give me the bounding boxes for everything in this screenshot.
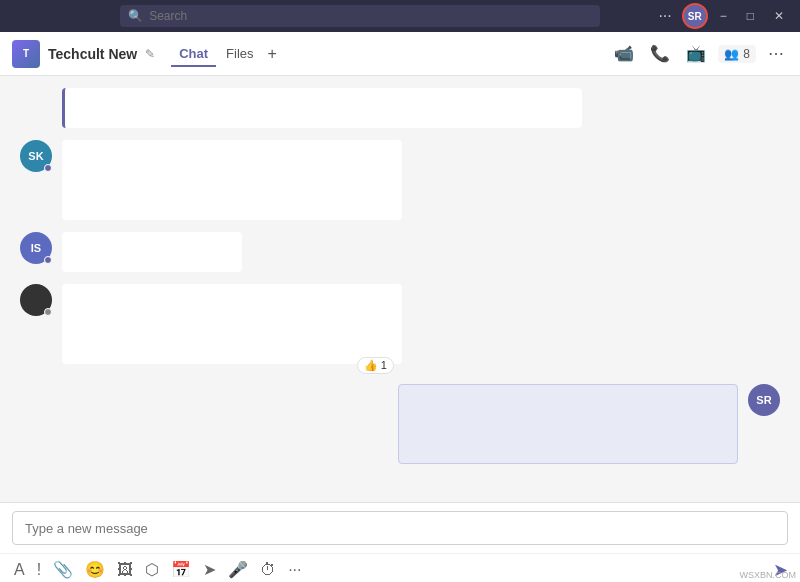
- avatar: SR: [748, 384, 780, 416]
- maximize-button[interactable]: □: [739, 5, 762, 27]
- channel-header-right: 📹 📞 📺 👥 8 ⋯: [610, 40, 788, 67]
- more-toolbar-icon[interactable]: ···: [286, 559, 303, 581]
- message-bubble: 👍 1: [62, 284, 402, 364]
- chat-area: SK IS 👍 1 SR: [0, 76, 800, 502]
- people-badge[interactable]: 👥 8: [718, 45, 756, 63]
- channel-header-left: T Techcult New ✎ Chat Files +: [12, 40, 281, 68]
- search-bar[interactable]: 🔍: [120, 5, 600, 27]
- timer-icon[interactable]: ⏱: [258, 559, 278, 581]
- message-row: IS: [20, 232, 780, 272]
- watermark: WSXBN.COM: [739, 570, 796, 580]
- avatar: SK: [20, 140, 52, 172]
- toolbar-icons-row: A ! 📎 😊 🖼 ⬡ 📅 ➤ 🎤 ⏱ ··· ➤: [0, 553, 800, 582]
- channel-tabs: Chat Files +: [171, 42, 281, 65]
- message-reaction[interactable]: 👍 1: [357, 357, 394, 374]
- people-count: 8: [743, 47, 750, 61]
- message-bubble: [62, 88, 582, 128]
- audio-message-icon[interactable]: 🎤: [226, 558, 250, 581]
- online-indicator: [44, 256, 52, 264]
- close-button[interactable]: ✕: [766, 5, 792, 27]
- gif-icon[interactable]: 🖼: [115, 559, 135, 581]
- tab-files[interactable]: Files: [218, 42, 261, 65]
- minimize-button[interactable]: −: [712, 5, 735, 27]
- edit-channel-icon[interactable]: ✎: [145, 47, 155, 61]
- schedule-icon[interactable]: 📅: [169, 558, 193, 581]
- video-call-icon[interactable]: 📹: [610, 40, 638, 67]
- tab-chat[interactable]: Chat: [171, 42, 216, 65]
- user-avatar[interactable]: SR: [682, 3, 708, 29]
- message-bubble: [62, 232, 242, 272]
- important-icon[interactable]: !: [35, 559, 43, 581]
- format-text-icon[interactable]: A: [12, 559, 27, 581]
- avatar: IS: [20, 232, 52, 264]
- online-indicator: [44, 164, 52, 172]
- online-indicator: [44, 308, 52, 316]
- message-row: SK: [20, 140, 780, 220]
- message-input[interactable]: [12, 511, 788, 545]
- more-header-icon[interactable]: ⋯: [764, 40, 788, 67]
- search-icon: 🔍: [128, 9, 143, 23]
- title-bar: 🔍 ··· SR − □ ✕: [0, 0, 800, 32]
- sticker-icon[interactable]: ⬡: [143, 558, 161, 581]
- search-input[interactable]: [149, 9, 592, 23]
- people-icon: 👥: [724, 47, 739, 61]
- channel-name: Techcult New: [48, 46, 137, 62]
- more-options-icon[interactable]: ···: [652, 5, 677, 27]
- add-tab-button[interactable]: +: [264, 43, 281, 65]
- avatar-initials: IS: [31, 242, 41, 254]
- chat-toolbar: A ! 📎 😊 🖼 ⬡ 📅 ➤ 🎤 ⏱ ··· ➤: [0, 502, 800, 582]
- audio-call-icon[interactable]: 📞: [646, 40, 674, 67]
- title-bar-controls: ··· SR − □ ✕: [652, 3, 792, 29]
- avatar: [20, 284, 52, 316]
- message-row: [20, 88, 780, 128]
- loop-icon[interactable]: ➤: [201, 558, 218, 581]
- attach-icon[interactable]: 📎: [51, 558, 75, 581]
- message-bubble: [62, 140, 402, 220]
- message-bubble: [398, 384, 738, 464]
- avatar-initials: SR: [756, 394, 771, 406]
- channel-avatar: T: [12, 40, 40, 68]
- emoji-icon[interactable]: 😊: [83, 558, 107, 581]
- channel-header: T Techcult New ✎ Chat Files + 📹 📞 📺 👥 8 …: [0, 32, 800, 76]
- avatar-initials: SK: [28, 150, 43, 162]
- message-row: SR: [20, 384, 780, 464]
- toolbar-icons-left: A ! 📎 😊 🖼 ⬡ 📅 ➤ 🎤 ⏱ ···: [12, 558, 303, 581]
- message-row: 👍 1: [20, 284, 780, 372]
- screen-share-icon[interactable]: 📺: [682, 40, 710, 67]
- message-input-row: [0, 503, 800, 553]
